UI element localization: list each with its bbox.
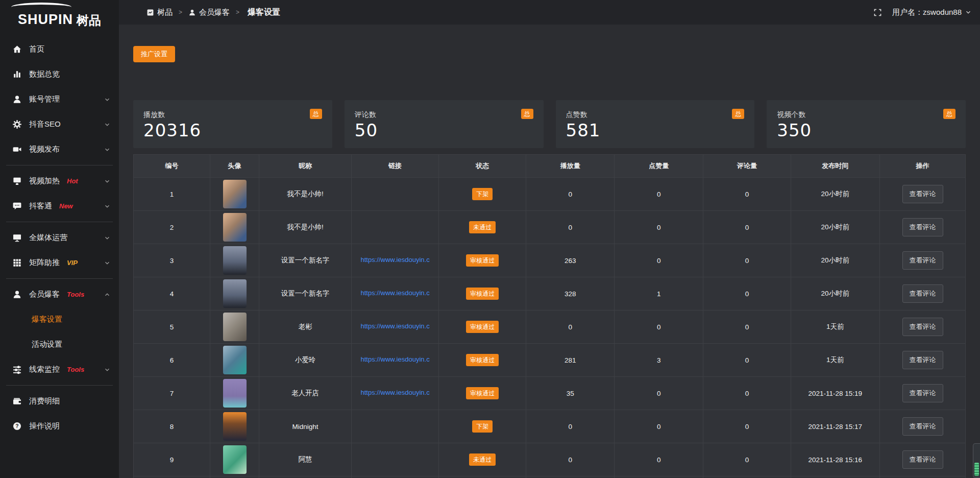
col-header-link: 链接 — [352, 155, 439, 178]
widget-stripes-icon — [974, 463, 979, 476]
sidebar-subitem-baoke-settings[interactable]: 爆客设置 — [0, 307, 119, 332]
promo-settings-button[interactable]: 推广设置 — [133, 46, 175, 62]
sidebar-item-operation-guide[interactable]: ? 操作说明 — [0, 414, 119, 439]
breadcrumb-separator: > — [236, 9, 239, 16]
sidebar-item-douyin-seo[interactable]: 抖音SEO — [0, 112, 119, 137]
sidebar-menu: 首页 数据总览 账号管理 抖音SEO 视频发布 — [0, 31, 119, 439]
col-header-avatar: 头像 — [210, 155, 259, 178]
stat-value: 581 — [566, 120, 745, 140]
sidebar-item-video-heating[interactable]: 视频加热 Hot — [0, 169, 119, 194]
sidebar-item-all-media-operation[interactable]: 全媒体运营 — [0, 225, 119, 250]
cell-plays: 328 — [526, 277, 615, 310]
sidebar-item-matrix-boost[interactable]: 矩阵助推 VIP — [0, 250, 119, 275]
view-comments-button[interactable]: 查看评论 — [902, 417, 943, 436]
status-badge: 审核通过 — [466, 254, 499, 267]
sidebar-item-video-publish[interactable]: 视频发布 — [0, 137, 119, 162]
breadcrumb-label: 树品 — [157, 8, 173, 17]
table-row: 3 设置一个新名字 https://www.iesdouyin.c 审核通过 2… — [134, 244, 966, 277]
home-icon — [12, 44, 22, 54]
sidebar: SHUPIN 树品 首页 数据总览 账号管理 抖音SEO — [0, 0, 119, 478]
avatar — [223, 246, 247, 275]
table-row: 4 设置一个新名字 https://www.iesdouyin.c 审核通过 3… — [134, 277, 966, 310]
cell-id: 2 — [134, 211, 210, 244]
stat-label: 评论数 — [355, 109, 376, 119]
view-comments-button[interactable]: 查看评论 — [902, 218, 943, 236]
cell-nickname: 阿慧 — [259, 443, 352, 476]
stat-value: 350 — [777, 120, 955, 140]
stat-value: 50 — [355, 120, 533, 140]
sidebar-item-home[interactable]: 首页 — [0, 37, 119, 62]
fullscreen-icon[interactable] — [873, 8, 882, 17]
stat-label: 播放数 — [143, 109, 165, 119]
sidebar-divider — [6, 278, 113, 279]
status-badge: 审核通过 — [466, 288, 499, 300]
sidebar-item-douketong[interactable]: 抖客通 New — [0, 194, 119, 219]
cell-plays: 35 — [526, 377, 615, 410]
grid-icon — [12, 258, 22, 268]
floating-widget-handle[interactable] — [973, 443, 980, 478]
sidebar-item-label: 操作说明 — [29, 421, 60, 431]
sidebar-item-data-overview[interactable]: 数据总览 — [0, 62, 119, 87]
sidebar-item-label: 消费明细 — [29, 396, 60, 406]
view-comments-button[interactable]: 查看评论 — [902, 450, 943, 469]
cell-likes: 0 — [615, 443, 703, 476]
sidebar-item-label: 全媒体运营 — [29, 233, 67, 243]
cell-id: 8 — [134, 410, 210, 443]
col-header-nickname: 昵称 — [259, 155, 352, 178]
cell-time: 20小时前 — [791, 211, 879, 244]
bar-chart-icon — [12, 69, 22, 79]
chat-bubble-icon — [12, 201, 22, 211]
video-link[interactable]: https://www.iesdouyin.c — [361, 289, 430, 297]
user-menu[interactable]: 用户名：zswodun88 — [892, 8, 972, 17]
cell-comments: 0 — [703, 377, 791, 410]
col-header-comments: 评论量 — [703, 155, 791, 178]
avatar — [223, 445, 247, 474]
status-badge: 下架 — [472, 420, 493, 433]
video-link[interactable]: https://www.iesdouyin.c — [361, 389, 430, 396]
status-badge: 未通过 — [469, 453, 496, 466]
logo-text-en: SHUPIN — [18, 13, 73, 27]
view-comments-button[interactable]: 查看评论 — [902, 384, 943, 402]
total-badge: 总 — [732, 109, 744, 119]
sidebar-subitem-label: 爆客设置 — [32, 315, 62, 324]
view-comments-button[interactable]: 查看评论 — [902, 284, 943, 303]
sidebar-subitem-activity-settings[interactable]: 活动设置 — [0, 332, 119, 357]
chevron-down-icon — [104, 203, 111, 210]
sliders-icon — [12, 365, 22, 374]
view-comments-button[interactable]: 查看评论 — [902, 351, 943, 369]
cell-time: 20小时前 — [791, 277, 879, 310]
logo-text-cn: 树品 — [77, 14, 101, 27]
cell-id: 4 — [134, 277, 210, 310]
breadcrumb-label: 会员爆客 — [199, 8, 230, 17]
gear-icon — [12, 119, 22, 129]
breadcrumb-item-member-baoke[interactable]: 会员爆客 — [188, 8, 230, 17]
chevron-down-icon — [104, 96, 111, 103]
table-row: 5 老彬 https://www.iesdouyin.c 审核通过 0 0 0 … — [134, 310, 966, 344]
help-circle-icon: ? — [12, 421, 22, 431]
cell-comments: 0 — [703, 178, 791, 211]
sidebar-item-label: 首页 — [29, 44, 44, 54]
cell-comments: 0 — [703, 277, 791, 310]
cell-comments: 0 — [703, 310, 791, 344]
total-badge: 总 — [310, 109, 322, 119]
sidebar-item-account-management[interactable]: 账号管理 — [0, 87, 119, 112]
sidebar-item-clue-monitor[interactable]: 线索监控 Tools — [0, 357, 119, 382]
breadcrumb-item-shupin[interactable]: 树品 — [146, 8, 173, 17]
table-header-row: 编号 头像 昵称 链接 状态 播放量 点赞量 评论量 发布时间 操作 — [134, 155, 966, 178]
stat-card-videos: 视频个数 总 350 — [767, 100, 966, 148]
stat-value: 20316 — [143, 120, 322, 140]
cell-comments: 0 — [703, 244, 791, 277]
view-comments-button[interactable]: 查看评论 — [902, 185, 943, 203]
video-link[interactable]: https://www.iesdouyin.c — [361, 355, 430, 363]
video-link[interactable]: https://www.iesdouyin.c — [361, 256, 430, 264]
view-comments-button[interactable]: 查看评论 — [902, 251, 943, 270]
table-row: 1 我不是小帅! 下架 0 0 0 20小时前 查看评论 — [134, 178, 966, 211]
sidebar-item-label: 矩阵助推 — [29, 258, 60, 268]
sidebar-item-consumption-details[interactable]: 消费明细 — [0, 389, 119, 414]
video-link[interactable]: https://www.iesdouyin.c — [361, 322, 430, 330]
stat-card-comments: 评论数 总 50 — [345, 100, 544, 148]
new-badge: New — [59, 202, 73, 210]
stat-card-likes: 点赞数 总 581 — [556, 100, 755, 148]
sidebar-item-member-baoke[interactable]: 会员爆客 Tools — [0, 282, 119, 307]
view-comments-button[interactable]: 查看评论 — [902, 318, 943, 336]
